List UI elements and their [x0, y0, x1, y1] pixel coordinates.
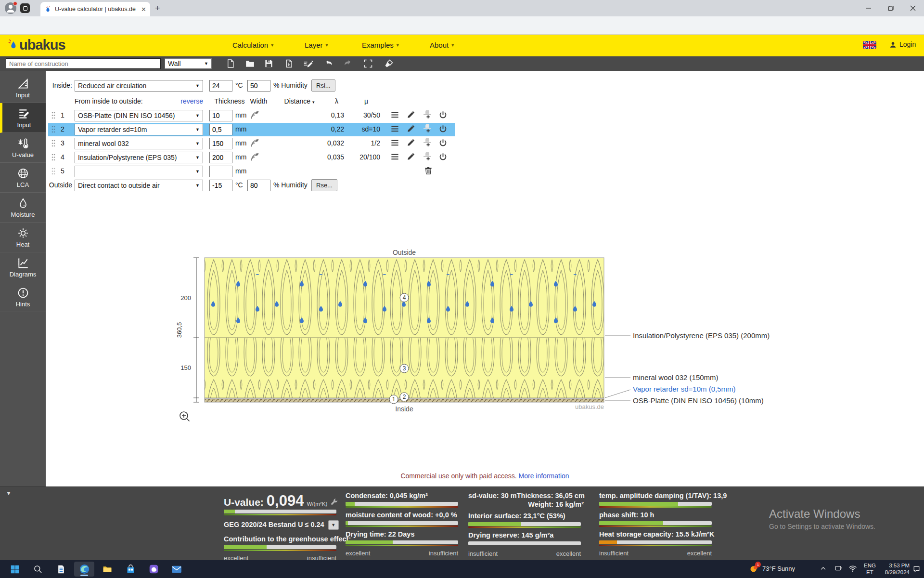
- collapse-results-icon[interactable]: ▼: [6, 490, 12, 497]
- construction-name-input[interactable]: [6, 58, 161, 69]
- browser-tab[interactable]: U-value calculator | ubakus.de ✕: [40, 2, 150, 16]
- layer-menu-icon[interactable]: [390, 152, 399, 161]
- zoom-in-icon[interactable]: [180, 412, 190, 421]
- redo-icon[interactable]: [343, 59, 353, 68]
- construction-type-select[interactable]: Wall▼: [165, 58, 212, 69]
- drag-handle-icon[interactable]: [51, 154, 55, 161]
- new-document-icon[interactable]: [226, 59, 235, 68]
- marker-layer-4[interactable]: 4: [403, 294, 406, 301]
- wrench-icon[interactable]: [330, 498, 338, 506]
- layer-edit-icon[interactable]: [407, 152, 415, 161]
- layer-insert-icon[interactable]: [422, 152, 433, 161]
- save-icon[interactable]: [264, 59, 273, 68]
- window-minimize-button[interactable]: [858, 0, 880, 16]
- marker-layer-2[interactable]: 2: [403, 394, 406, 400]
- thickness-input[interactable]: [209, 110, 232, 121]
- sidebar-item-moisture[interactable]: Moisture: [0, 193, 46, 223]
- rse-button[interactable]: Rse...: [311, 179, 337, 191]
- tray-clock[interactable]: 3:53 PM8/29/2024: [880, 562, 910, 576]
- tray-device-icon[interactable]: [834, 565, 842, 573]
- ubakus-logo[interactable]: ubakus: [8, 38, 65, 52]
- inside-condition-select[interactable]: Reduced air circulation▼: [75, 80, 203, 92]
- start-button[interactable]: [5, 562, 25, 577]
- rsi-button[interactable]: Rsi...: [311, 79, 335, 92]
- layer-menu-icon[interactable]: [390, 124, 399, 133]
- browser-profile-icon[interactable]: [5, 2, 16, 14]
- tray-overflow-icon[interactable]: [820, 565, 827, 572]
- layer-toggle-icon[interactable]: [438, 110, 448, 119]
- material-select[interactable]: OSB-Platte (DIN EN ISO 10456)▼: [75, 110, 203, 121]
- label-eps[interactable]: Insulation/Polystyrene (EPS 035) (200mm): [633, 331, 770, 340]
- width-add-icon[interactable]: [250, 152, 259, 162]
- marker-layer-1[interactable]: 1: [392, 396, 396, 403]
- sidebar-item-diagrams[interactable]: Diagrams: [0, 252, 46, 282]
- edge-browser-icon[interactable]: [74, 562, 94, 577]
- width-add-icon[interactable]: [250, 138, 259, 148]
- layer-toggle-icon[interactable]: [438, 124, 448, 133]
- sidebar-item-hints[interactable]: Hints: [0, 282, 46, 312]
- layer-insert-icon[interactable]: [422, 124, 433, 133]
- layer-menu-icon[interactable]: [390, 110, 399, 119]
- material-select[interactable]: Insulation/Polystyrene (EPS 035)▼: [75, 152, 203, 163]
- login-button[interactable]: Login: [889, 40, 916, 48]
- outside-condition-select[interactable]: Direct contact to outside air▼: [75, 180, 203, 191]
- workspace-icon[interactable]: [20, 3, 30, 13]
- menu-layer[interactable]: Layer▾: [305, 41, 328, 49]
- sidebar-item-heat[interactable]: Heat: [0, 223, 46, 252]
- menu-examples[interactable]: Examples▾: [362, 41, 399, 49]
- material-select[interactable]: ▼: [75, 166, 203, 177]
- mail-app-icon[interactable]: [167, 562, 187, 577]
- inside-temperature-input[interactable]: [209, 80, 232, 92]
- layer-edit-icon[interactable]: [407, 124, 415, 133]
- tray-wifi-icon[interactable]: [848, 565, 857, 572]
- sidebar-item-input-geometry[interactable]: Input: [0, 73, 46, 103]
- drag-handle-icon[interactable]: [51, 112, 55, 119]
- outside-temperature-input[interactable]: [209, 180, 232, 191]
- sidebar-item-input-layers[interactable]: Input: [0, 103, 46, 133]
- purple-app-icon[interactable]: [143, 562, 164, 577]
- inside-humidity-input[interactable]: [247, 80, 270, 92]
- marker-layer-3[interactable]: 3: [403, 365, 406, 372]
- geg-select-icon[interactable]: ▼: [328, 520, 339, 530]
- layer-edit-icon[interactable]: [407, 138, 415, 147]
- drag-handle-icon[interactable]: [51, 168, 55, 175]
- thickness-input[interactable]: [209, 124, 232, 135]
- layer-edit-icon[interactable]: [407, 110, 415, 119]
- file-explorer-icon[interactable]: [97, 562, 117, 577]
- document-app-icon[interactable]: [51, 562, 71, 577]
- width-add-icon[interactable]: [250, 110, 259, 120]
- drag-handle-icon[interactable]: [51, 140, 55, 147]
- sidebar-item-lca[interactable]: LCA: [0, 163, 46, 193]
- open-folder-icon[interactable]: [245, 59, 255, 68]
- notification-icon[interactable]: [912, 565, 921, 573]
- new-tab-button[interactable]: +: [155, 3, 160, 13]
- sidebar-item-u-value[interactable]: U-value: [0, 133, 46, 163]
- layer-menu-icon[interactable]: [390, 138, 399, 147]
- language-flag-icon[interactable]: [863, 41, 876, 49]
- window-close-button[interactable]: [902, 0, 924, 16]
- search-button[interactable]: [28, 562, 48, 577]
- weather-widget[interactable]: 1 73°F Sunny: [749, 564, 795, 574]
- menu-about[interactable]: About▾: [430, 41, 454, 49]
- layer-insert-icon[interactable]: [422, 138, 433, 147]
- undo-icon[interactable]: [324, 59, 334, 68]
- thickness-input[interactable]: [209, 166, 232, 177]
- drag-handle-icon[interactable]: [51, 126, 55, 133]
- thickness-input[interactable]: [209, 138, 232, 149]
- store-icon[interactable]: [120, 562, 141, 577]
- fullscreen-icon[interactable]: [363, 59, 373, 68]
- tab-close-icon[interactable]: ✕: [141, 6, 146, 13]
- material-select[interactable]: Vapor retarder sd=10m▼: [75, 124, 203, 135]
- more-information-link[interactable]: More information: [519, 472, 569, 480]
- layer-insert-icon[interactable]: [422, 110, 433, 119]
- tray-language[interactable]: ENGET: [864, 562, 876, 576]
- layer-toggle-icon[interactable]: [438, 152, 448, 161]
- label-osb[interactable]: OSB-Platte (DIN EN ISO 10456) (10mm): [633, 396, 764, 405]
- menu-calculation[interactable]: Calculation▾: [232, 41, 273, 49]
- clear-brush-icon[interactable]: [384, 59, 394, 68]
- thickness-input[interactable]: [209, 152, 232, 163]
- layer-toggle-icon[interactable]: [438, 138, 448, 147]
- outside-humidity-input[interactable]: [247, 180, 270, 191]
- reverse-link[interactable]: reverse: [155, 97, 203, 105]
- label-wool[interactable]: mineral wool 032 (150mm): [633, 373, 719, 381]
